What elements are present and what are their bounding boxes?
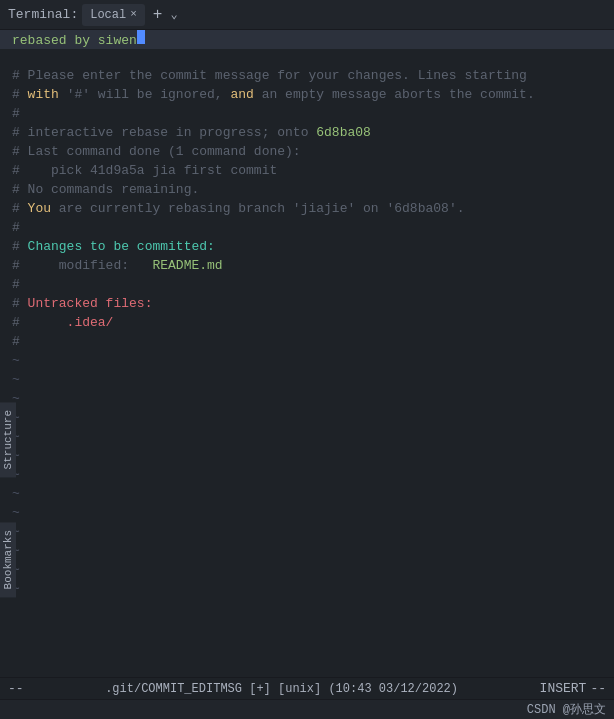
line-6: # interactive rebase in progress; onto 6… xyxy=(0,125,614,144)
structure-tab[interactable]: Structure xyxy=(0,402,16,477)
line-9: # No commands remaining. xyxy=(0,182,614,201)
tilde-1: ~ xyxy=(0,353,614,372)
status-bar: CSDN @孙思文 xyxy=(0,699,614,719)
tilde-10: ~ xyxy=(0,524,614,543)
line-8: # pick 41d9a5a jia first commit xyxy=(0,163,614,182)
line-text-1: rebased by siwen xyxy=(12,33,137,48)
line-5: # xyxy=(0,106,614,125)
line-11: # xyxy=(0,220,614,239)
tilde-5: ~ xyxy=(0,429,614,448)
tilde-11: ~ xyxy=(0,543,614,562)
tilde-12: ~ xyxy=(0,562,614,581)
tilde-7: ~ xyxy=(0,467,614,486)
line-12: # Changes to be committed: xyxy=(0,239,614,258)
tilde-3: ~ xyxy=(0,391,614,410)
mode-bar-left: -- xyxy=(8,681,24,696)
line-2 xyxy=(0,49,614,68)
bookmarks-tab[interactable]: Bookmarks xyxy=(0,522,16,597)
local-tab[interactable]: Local × xyxy=(82,4,145,26)
mode-label: INSERT xyxy=(540,681,587,696)
tilde-2: ~ xyxy=(0,372,614,391)
line-3: # Please enter the commit message for yo… xyxy=(0,68,614,87)
status-right: CSDN @孙思文 xyxy=(527,701,606,718)
mode-bar-right: -- xyxy=(590,681,606,696)
line-7: # Last command done (1 command done): xyxy=(0,144,614,163)
line-1: rebased by siwen xyxy=(0,30,614,49)
line-13: # modified: README.md xyxy=(0,258,614,277)
file-info: .git/COMMIT_EDITMSG [+] [unix] (10:43 03… xyxy=(24,682,540,696)
file-path: .git/COMMIT_EDITMSG xyxy=(105,682,242,696)
tilde-9: ~ xyxy=(0,505,614,524)
mode-bar: -- .git/COMMIT_EDITMSG [+] [unix] (10:43… xyxy=(0,677,614,699)
tilde-13: ~ xyxy=(0,581,614,600)
tab-bar: Terminal: Local × + ⌄ xyxy=(0,0,614,30)
dropdown-icon[interactable]: ⌄ xyxy=(170,7,177,22)
line-10: # You are currently rebasing branch 'jia… xyxy=(0,201,614,220)
cursor xyxy=(137,30,145,44)
line-15: # Untracked files: xyxy=(0,296,614,315)
line-4: # with '#' will be ignored, and an empty… xyxy=(0,87,614,106)
terminal-label: Terminal: xyxy=(8,7,78,22)
close-icon[interactable]: × xyxy=(130,9,137,20)
code-content: rebased by siwen # Please enter the comm… xyxy=(0,30,614,677)
tilde-8: ~ xyxy=(0,486,614,505)
line-17: # xyxy=(0,334,614,353)
line-14: # xyxy=(0,277,614,296)
tilde-4: ~ xyxy=(0,410,614,429)
add-tab-icon[interactable]: + xyxy=(149,6,167,24)
line-16: # .idea/ xyxy=(0,315,614,334)
tilde-6: ~ xyxy=(0,448,614,467)
editor-area: Structure Bookmarks rebased by siwen # P… xyxy=(0,30,614,677)
file-flags: [+] [unix] (10:43 03/12/2022) xyxy=(249,682,458,696)
tab-name: Local xyxy=(90,8,126,22)
